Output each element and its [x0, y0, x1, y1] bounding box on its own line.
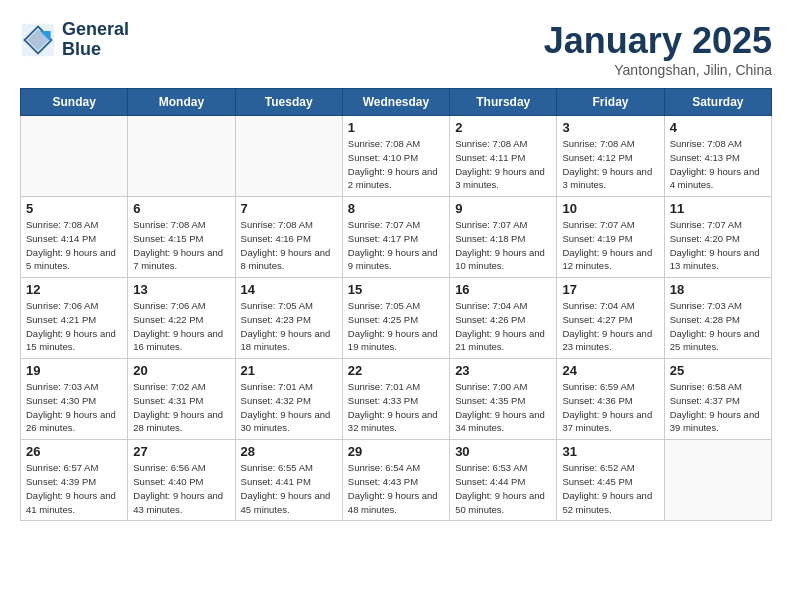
calendar-cell: [235, 116, 342, 197]
day-info: Sunrise: 6:59 AMSunset: 4:36 PMDaylight:…: [562, 380, 658, 435]
day-info: Sunrise: 7:08 AMSunset: 4:13 PMDaylight:…: [670, 137, 766, 192]
day-info: Sunrise: 6:58 AMSunset: 4:37 PMDaylight:…: [670, 380, 766, 435]
calendar-cell: 13Sunrise: 7:06 AMSunset: 4:22 PMDayligh…: [128, 278, 235, 359]
day-number: 26: [26, 444, 122, 459]
day-info: Sunrise: 6:54 AMSunset: 4:43 PMDaylight:…: [348, 461, 444, 516]
calendar-week-row-3: 12Sunrise: 7:06 AMSunset: 4:21 PMDayligh…: [21, 278, 772, 359]
weekday-header-thursday: Thursday: [450, 89, 557, 116]
day-number: 31: [562, 444, 658, 459]
calendar-cell: 22Sunrise: 7:01 AMSunset: 4:33 PMDayligh…: [342, 359, 449, 440]
calendar-cell: 8Sunrise: 7:07 AMSunset: 4:17 PMDaylight…: [342, 197, 449, 278]
calendar-cell: 16Sunrise: 7:04 AMSunset: 4:26 PMDayligh…: [450, 278, 557, 359]
calendar-cell: 25Sunrise: 6:58 AMSunset: 4:37 PMDayligh…: [664, 359, 771, 440]
calendar-week-row-5: 26Sunrise: 6:57 AMSunset: 4:39 PMDayligh…: [21, 440, 772, 521]
day-number: 20: [133, 363, 229, 378]
calendar-cell: 27Sunrise: 6:56 AMSunset: 4:40 PMDayligh…: [128, 440, 235, 521]
day-info: Sunrise: 7:08 AMSunset: 4:16 PMDaylight:…: [241, 218, 337, 273]
day-number: 11: [670, 201, 766, 216]
day-number: 4: [670, 120, 766, 135]
calendar-cell: 29Sunrise: 6:54 AMSunset: 4:43 PMDayligh…: [342, 440, 449, 521]
day-number: 3: [562, 120, 658, 135]
day-info: Sunrise: 7:04 AMSunset: 4:26 PMDaylight:…: [455, 299, 551, 354]
day-number: 28: [241, 444, 337, 459]
day-number: 12: [26, 282, 122, 297]
title-section: January 2025 Yantongshan, Jilin, China: [544, 20, 772, 78]
day-info: Sunrise: 7:07 AMSunset: 4:19 PMDaylight:…: [562, 218, 658, 273]
calendar-cell: [21, 116, 128, 197]
day-info: Sunrise: 7:06 AMSunset: 4:22 PMDaylight:…: [133, 299, 229, 354]
location-subtitle: Yantongshan, Jilin, China: [544, 62, 772, 78]
day-info: Sunrise: 6:52 AMSunset: 4:45 PMDaylight:…: [562, 461, 658, 516]
day-number: 7: [241, 201, 337, 216]
day-info: Sunrise: 6:55 AMSunset: 4:41 PMDaylight:…: [241, 461, 337, 516]
weekday-header-monday: Monday: [128, 89, 235, 116]
calendar-cell: 23Sunrise: 7:00 AMSunset: 4:35 PMDayligh…: [450, 359, 557, 440]
day-info: Sunrise: 7:08 AMSunset: 4:10 PMDaylight:…: [348, 137, 444, 192]
calendar-cell: 17Sunrise: 7:04 AMSunset: 4:27 PMDayligh…: [557, 278, 664, 359]
calendar-cell: 6Sunrise: 7:08 AMSunset: 4:15 PMDaylight…: [128, 197, 235, 278]
calendar-cell: 15Sunrise: 7:05 AMSunset: 4:25 PMDayligh…: [342, 278, 449, 359]
day-number: 19: [26, 363, 122, 378]
day-info: Sunrise: 7:07 AMSunset: 4:18 PMDaylight:…: [455, 218, 551, 273]
day-number: 1: [348, 120, 444, 135]
day-number: 24: [562, 363, 658, 378]
calendar-cell: 28Sunrise: 6:55 AMSunset: 4:41 PMDayligh…: [235, 440, 342, 521]
day-number: 16: [455, 282, 551, 297]
day-number: 14: [241, 282, 337, 297]
page-header: General Blue January 2025 Yantongshan, J…: [20, 20, 772, 78]
calendar-cell: 5Sunrise: 7:08 AMSunset: 4:14 PMDaylight…: [21, 197, 128, 278]
day-number: 15: [348, 282, 444, 297]
day-info: Sunrise: 6:57 AMSunset: 4:39 PMDaylight:…: [26, 461, 122, 516]
day-number: 23: [455, 363, 551, 378]
day-number: 29: [348, 444, 444, 459]
weekday-header-tuesday: Tuesday: [235, 89, 342, 116]
calendar-cell: 11Sunrise: 7:07 AMSunset: 4:20 PMDayligh…: [664, 197, 771, 278]
day-number: 2: [455, 120, 551, 135]
day-number: 10: [562, 201, 658, 216]
day-number: 13: [133, 282, 229, 297]
day-info: Sunrise: 7:00 AMSunset: 4:35 PMDaylight:…: [455, 380, 551, 435]
day-number: 30: [455, 444, 551, 459]
day-info: Sunrise: 7:03 AMSunset: 4:28 PMDaylight:…: [670, 299, 766, 354]
calendar-cell: 30Sunrise: 6:53 AMSunset: 4:44 PMDayligh…: [450, 440, 557, 521]
calendar-cell: 31Sunrise: 6:52 AMSunset: 4:45 PMDayligh…: [557, 440, 664, 521]
day-info: Sunrise: 7:07 AMSunset: 4:17 PMDaylight:…: [348, 218, 444, 273]
calendar-cell: 26Sunrise: 6:57 AMSunset: 4:39 PMDayligh…: [21, 440, 128, 521]
day-info: Sunrise: 7:01 AMSunset: 4:33 PMDaylight:…: [348, 380, 444, 435]
day-info: Sunrise: 6:56 AMSunset: 4:40 PMDaylight:…: [133, 461, 229, 516]
day-number: 5: [26, 201, 122, 216]
day-info: Sunrise: 7:08 AMSunset: 4:12 PMDaylight:…: [562, 137, 658, 192]
calendar-cell: 14Sunrise: 7:05 AMSunset: 4:23 PMDayligh…: [235, 278, 342, 359]
day-number: 27: [133, 444, 229, 459]
day-number: 8: [348, 201, 444, 216]
day-info: Sunrise: 7:08 AMSunset: 4:15 PMDaylight:…: [133, 218, 229, 273]
calendar-cell: 3Sunrise: 7:08 AMSunset: 4:12 PMDaylight…: [557, 116, 664, 197]
calendar-cell: 18Sunrise: 7:03 AMSunset: 4:28 PMDayligh…: [664, 278, 771, 359]
calendar-table: SundayMondayTuesdayWednesdayThursdayFrid…: [20, 88, 772, 521]
day-number: 22: [348, 363, 444, 378]
calendar-cell: 19Sunrise: 7:03 AMSunset: 4:30 PMDayligh…: [21, 359, 128, 440]
logo-icon: [20, 22, 56, 58]
calendar-cell: 12Sunrise: 7:06 AMSunset: 4:21 PMDayligh…: [21, 278, 128, 359]
logo-text: General Blue: [62, 20, 129, 60]
calendar-cell: 4Sunrise: 7:08 AMSunset: 4:13 PMDaylight…: [664, 116, 771, 197]
calendar-cell: 21Sunrise: 7:01 AMSunset: 4:32 PMDayligh…: [235, 359, 342, 440]
day-info: Sunrise: 7:06 AMSunset: 4:21 PMDaylight:…: [26, 299, 122, 354]
day-info: Sunrise: 7:04 AMSunset: 4:27 PMDaylight:…: [562, 299, 658, 354]
logo: General Blue: [20, 20, 129, 60]
day-info: Sunrise: 7:03 AMSunset: 4:30 PMDaylight:…: [26, 380, 122, 435]
month-title: January 2025: [544, 20, 772, 62]
calendar-cell: 2Sunrise: 7:08 AMSunset: 4:11 PMDaylight…: [450, 116, 557, 197]
calendar-cell: 10Sunrise: 7:07 AMSunset: 4:19 PMDayligh…: [557, 197, 664, 278]
day-number: 9: [455, 201, 551, 216]
calendar-cell: [128, 116, 235, 197]
day-info: Sunrise: 7:07 AMSunset: 4:20 PMDaylight:…: [670, 218, 766, 273]
calendar-week-row-4: 19Sunrise: 7:03 AMSunset: 4:30 PMDayligh…: [21, 359, 772, 440]
weekday-header-friday: Friday: [557, 89, 664, 116]
day-info: Sunrise: 7:08 AMSunset: 4:11 PMDaylight:…: [455, 137, 551, 192]
day-number: 18: [670, 282, 766, 297]
calendar-cell: 9Sunrise: 7:07 AMSunset: 4:18 PMDaylight…: [450, 197, 557, 278]
day-info: Sunrise: 7:08 AMSunset: 4:14 PMDaylight:…: [26, 218, 122, 273]
day-number: 17: [562, 282, 658, 297]
day-info: Sunrise: 6:53 AMSunset: 4:44 PMDaylight:…: [455, 461, 551, 516]
